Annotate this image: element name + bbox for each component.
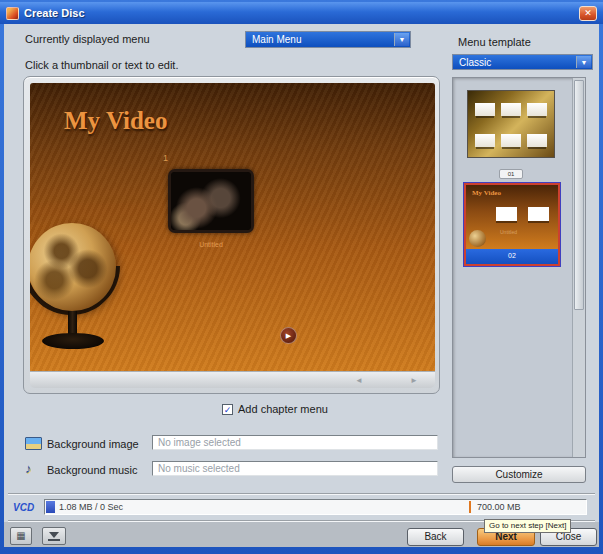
capacity-used-text: 1.08 MB / 0 Sec	[59, 501, 123, 513]
add-chapter-checkbox[interactable]: ✓	[222, 404, 233, 415]
menu-preview-frame: My Video 1 Untitled ▶ ◄ ►	[23, 76, 440, 394]
chevron-down-icon[interactable]: ▼	[576, 56, 591, 68]
eject-icon-bar	[48, 539, 60, 541]
menu-template-label: Menu template	[458, 36, 531, 48]
template-mini-caption: Untitled	[500, 229, 517, 235]
title-bar: Create Disc ✕	[0, 2, 603, 24]
next-menu-icon[interactable]: ►	[410, 376, 418, 385]
capacity-total-text: 700.00 MB	[477, 501, 521, 513]
current-menu-value: Main Menu	[252, 34, 301, 45]
app-icon	[6, 7, 19, 20]
check-icon: ✓	[224, 405, 232, 415]
play-icon: ▶	[286, 332, 291, 339]
menu-title-text[interactable]: My Video	[64, 107, 167, 135]
video-frame-image	[171, 172, 251, 230]
clip-caption-text[interactable]: Untitled	[168, 241, 254, 248]
add-chapter-label[interactable]: Add chapter menu	[238, 403, 328, 415]
template-thumb-box	[475, 134, 495, 147]
template-thumb-box	[496, 207, 517, 221]
customize-button[interactable]: Customize	[452, 466, 586, 483]
capacity-used-fill	[46, 501, 55, 513]
background-image-icon[interactable]	[25, 437, 42, 450]
edit-hint-label: Click a thumbnail or text to edit.	[25, 59, 178, 71]
template-item-globe-selected[interactable]: My Video Untitled 02	[464, 183, 560, 266]
grid-icon: ▦	[16, 531, 25, 541]
chevron-down-icon[interactable]: ▼	[394, 33, 409, 46]
video-clip-thumbnail[interactable]	[168, 169, 254, 233]
template-caption-selected: 02	[466, 249, 558, 264]
project-settings-button[interactable]: ▦	[10, 527, 32, 545]
divider	[8, 493, 595, 495]
eject-disc-button[interactable]	[42, 527, 66, 545]
scrollbar-thumb[interactable]	[574, 80, 584, 310]
template-mini-title: My Video	[472, 189, 501, 197]
background-image-label: Background image	[47, 438, 139, 450]
template-thumb-box	[501, 134, 521, 147]
template-thumbnail: My Video Untitled	[466, 185, 558, 249]
template-thumb-box	[475, 103, 495, 116]
template-thumb-box	[527, 103, 547, 116]
close-icon[interactable]: ✕	[579, 6, 597, 21]
template-category-value: Classic	[459, 57, 491, 68]
template-caption: 01	[467, 162, 555, 180]
previous-menu-icon[interactable]: ◄	[355, 376, 363, 385]
window-title: Create Disc	[24, 7, 85, 19]
next-button-tooltip: Go to next step [Next]	[484, 519, 571, 533]
globe-stand-base	[42, 333, 104, 349]
back-button[interactable]: Back	[407, 528, 464, 546]
template-item-grid[interactable]	[467, 90, 555, 158]
template-list-panel: 01 My Video Untitled 02	[452, 77, 586, 458]
chapter-index-label: 1	[163, 153, 168, 163]
background-music-field[interactable]: No music selected	[152, 461, 438, 476]
menu-preview[interactable]: My Video 1 Untitled ▶	[30, 83, 435, 373]
template-thumb-box	[527, 134, 547, 147]
capacity-limit-marker	[469, 501, 471, 513]
template-thumb-box	[528, 207, 549, 221]
template-category-dropdown[interactable]: Classic ▼	[452, 54, 593, 70]
globe-image	[30, 223, 116, 311]
background-music-label: Background music	[47, 464, 138, 476]
eject-icon	[49, 532, 59, 538]
disc-format-label: VCD	[13, 502, 34, 513]
menu-navigation-strip: ◄ ►	[30, 371, 435, 388]
template-mini-globe	[469, 230, 486, 247]
capacity-bar: 1.08 MB / 0 Sec 700.00 MB	[44, 499, 587, 515]
play-button[interactable]: ▶	[280, 327, 297, 344]
background-music-icon[interactable]: ♪	[25, 461, 32, 476]
current-menu-dropdown[interactable]: Main Menu ▼	[245, 31, 411, 48]
template-thumb-box	[501, 103, 521, 116]
create-disc-window: Create Disc ✕ Currently displayed menu M…	[0, 0, 603, 554]
current-menu-label: Currently displayed menu	[25, 33, 150, 45]
template-scrollbar[interactable]	[572, 78, 585, 457]
background-image-field[interactable]: No image selected	[152, 435, 438, 450]
